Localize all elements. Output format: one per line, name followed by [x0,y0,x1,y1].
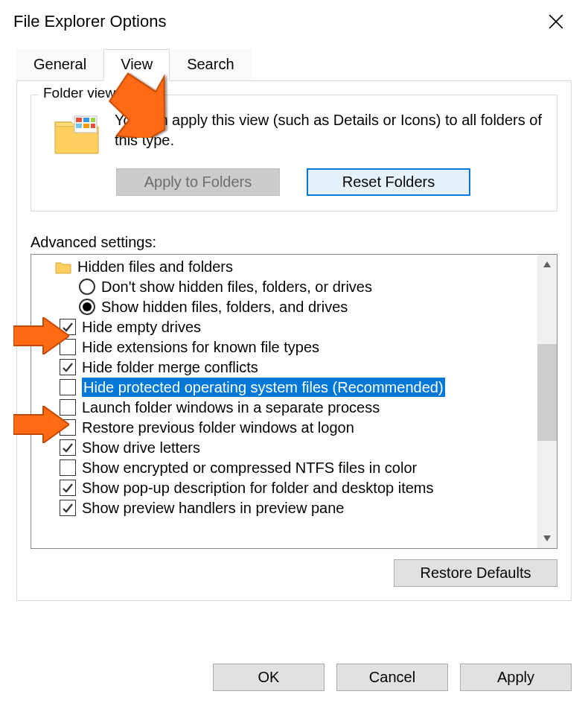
svg-rect-5 [91,118,95,122]
radio-input[interactable] [79,299,95,315]
checkbox-input[interactable] [60,339,76,355]
option-row[interactable]: Show encrypted or compressed NTFS files … [36,457,537,477]
option-row[interactable]: Show pop-up description for folder and d… [36,477,537,497]
option-label: Hide empty drives [82,317,201,337]
folder-views-group: Folder views You can apply this view (su… [31,95,557,212]
checkbox-input[interactable] [60,419,76,436]
folder-icon [55,261,71,274]
option-label: Show pop-up description for folder and d… [82,478,434,497]
option-label: Hide extensions for known file types [82,337,319,357]
checkbox-input[interactable] [60,359,76,375]
option-row[interactable]: Hide empty drives [36,317,537,337]
checkbox-input[interactable] [60,439,76,456]
svg-rect-7 [83,124,89,128]
option-label: Show preview handlers in preview pane [82,498,344,518]
option-row[interactable]: Show preview handlers in preview pane [36,497,537,518]
option-row[interactable]: Restore previous folder windows at logon [36,417,537,437]
checkbox-input[interactable] [60,399,76,416]
scrollbar-track[interactable] [537,255,557,548]
option-label: Hide protected operating system files (R… [82,378,445,397]
option-row[interactable]: Hide extensions for known file types [36,337,537,357]
option-label: Restore previous folder windows at logon [82,418,354,437]
scroll-down-arrow-icon[interactable] [537,529,557,548]
svg-marker-10 [543,535,551,541]
option-label: Show hidden files, folders, and drives [101,297,348,317]
folder-views-legend: Folder views [39,85,127,101]
tree-group-hidden-files: Hidden files and folders [36,258,537,276]
tab-strip: General View Search [0,43,588,81]
svg-rect-8 [91,124,95,128]
tab-search[interactable]: Search [170,49,251,81]
option-row[interactable]: Show drive letters [36,437,537,457]
apply-to-folders-button: Apply to Folders [116,168,280,196]
dialog-button-row: OK Cancel Apply [213,664,572,691]
option-label: Hide folder merge conflicts [82,357,258,377]
svg-rect-3 [76,118,82,122]
reset-folders-button[interactable]: Reset Folders [307,168,470,196]
option-label: Show drive letters [82,438,200,457]
option-label: Launch folder windows in a separate proc… [82,398,380,417]
close-icon [548,13,564,30]
advanced-settings-label: Advanced settings: [31,234,557,251]
tab-view[interactable]: View [103,49,170,81]
folder-views-description: You can apply this view (such as Details… [115,110,545,150]
checkbox-input[interactable] [60,319,76,335]
option-row[interactable]: Show hidden files, folders, and drives [36,296,537,317]
scrollbar-thumb[interactable] [537,344,557,441]
window-title: File Explorer Options [13,12,537,31]
apply-button[interactable]: Apply [460,664,572,691]
option-row[interactable]: Hide protected operating system files (R… [36,377,537,397]
checkbox-input[interactable] [60,379,76,395]
option-row[interactable]: Don't show hidden files, folders, or dri… [36,276,537,296]
option-label: Show encrypted or compressed NTFS files … [82,458,417,477]
option-row[interactable]: Launch folder windows in a separate proc… [36,397,537,417]
ok-button[interactable]: OK [213,664,325,691]
tree-group-label: Hidden files and folders [77,258,233,276]
scroll-up-arrow-icon[interactable] [537,255,557,274]
svg-marker-9 [543,261,551,267]
checkbox-input[interactable] [60,500,76,516]
restore-defaults-button[interactable]: Restore Defaults [394,559,557,587]
cancel-button[interactable]: Cancel [336,664,448,691]
title-bar: File Explorer Options [0,0,588,43]
radio-input[interactable] [79,279,95,295]
folder-icon [54,115,101,156]
checkbox-input[interactable] [60,480,76,496]
view-panel: Folder views You can apply this view (su… [16,80,572,601]
tab-general[interactable]: General [16,49,103,81]
checkbox-input[interactable] [60,459,76,476]
advanced-settings-list[interactable]: Hidden files and foldersDon't show hidde… [31,254,557,549]
svg-rect-6 [76,124,82,128]
close-button[interactable] [537,3,575,40]
svg-rect-4 [83,118,89,122]
option-row[interactable]: Hide folder merge conflicts [36,357,537,377]
option-label: Don't show hidden files, folders, or dri… [101,277,372,296]
